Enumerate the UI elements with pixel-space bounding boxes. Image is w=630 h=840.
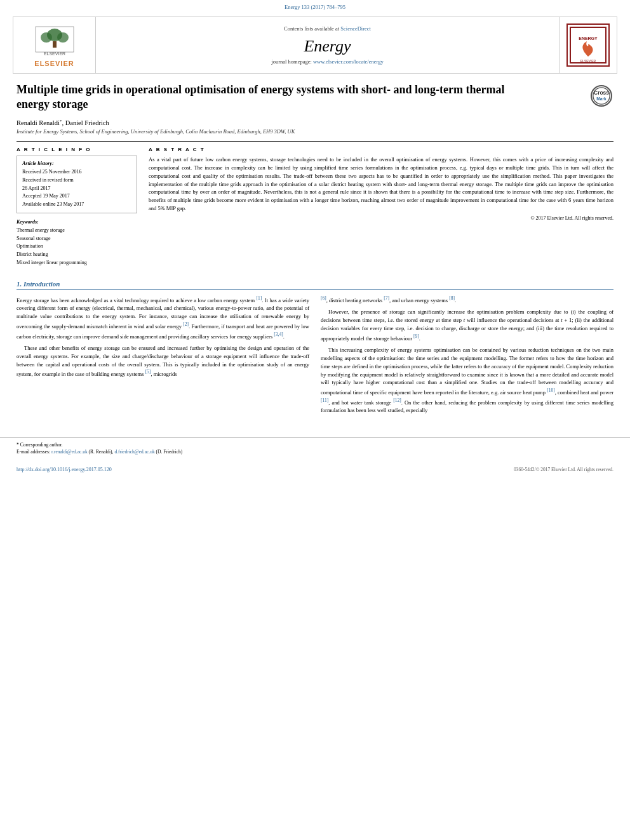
ref-5[interactable]: [5] bbox=[145, 369, 151, 375]
intro-body: Energy storage has been acknowledged as … bbox=[17, 295, 613, 418]
revised-date: 26 April 2017 bbox=[22, 185, 131, 193]
abstract-heading: A B S T R A C T bbox=[149, 147, 613, 152]
footer-bottom: http://dx.doi.org/10.1016/j.energy.2017.… bbox=[0, 466, 630, 472]
intro-para-4: However, the presence of storage can sig… bbox=[321, 308, 613, 342]
article-title-section: Multiple time grids in operational optim… bbox=[17, 83, 613, 112]
abstract-text: As a vital part of future low carbon ene… bbox=[149, 156, 613, 212]
energy-logo-section: ENERGY ELSEVIER bbox=[560, 17, 617, 73]
energy-logo-box: ENERGY ELSEVIER bbox=[566, 23, 610, 67]
accepted-date: Accepted 19 May 2017 bbox=[22, 192, 131, 201]
ref-9[interactable]: [9] bbox=[413, 333, 419, 339]
intro-number: 1. bbox=[17, 280, 22, 288]
ref-3-4[interactable]: [3,4] bbox=[274, 331, 283, 337]
svg-text:ELSEVIER: ELSEVIER bbox=[580, 59, 596, 63]
elsevier-tree-icon: ELSEVIER bbox=[32, 23, 77, 58]
introduction-section: 1. Introduction Energy storage has been … bbox=[17, 280, 613, 418]
keyword-4: District heating bbox=[17, 251, 137, 259]
copyright-line: © 2017 Elsevier Ltd. All rights reserved… bbox=[149, 215, 613, 221]
keywords-list: Thermal energy storage Seasonal storage … bbox=[17, 227, 137, 267]
email-line: E-mail addresses: r.renaldi@ed.ac.uk (R.… bbox=[17, 449, 613, 455]
intro-para-2: These and other benefits of energy stora… bbox=[17, 344, 309, 378]
ref-6[interactable]: [6] bbox=[321, 295, 326, 301]
journal-name: Energy bbox=[304, 37, 351, 56]
elsevier-text: ELSEVIER bbox=[34, 60, 74, 67]
intro-heading: Introduction bbox=[23, 280, 60, 288]
ref-2[interactable]: [2] bbox=[183, 321, 189, 327]
divider-1 bbox=[17, 141, 613, 142]
affiliation: Institute for Energy Systems, School of … bbox=[17, 128, 613, 135]
article-info-box: Article history: Received 25 November 20… bbox=[17, 156, 137, 213]
abstract-column: A B S T R A C T As a vital part of futur… bbox=[149, 147, 613, 267]
svg-text:Cross: Cross bbox=[594, 90, 609, 96]
email-2-link[interactable]: d.friedrich@ed.ac.uk bbox=[114, 449, 154, 455]
sciencedirect-link[interactable]: ScienceDirect bbox=[340, 25, 371, 32]
corresponding-note: * Corresponding author. bbox=[17, 442, 613, 448]
elsevier-logo: ELSEVIER ELSEVIER bbox=[32, 23, 77, 67]
homepage-prefix: journal homepage: bbox=[271, 58, 312, 65]
email-label: E-mail addresses: bbox=[17, 449, 50, 455]
svg-text:ELSEVIER: ELSEVIER bbox=[43, 51, 65, 56]
citation-bar: Energy 133 (2017) 784–795 bbox=[0, 0, 630, 13]
intro-col-left: Energy storage has been acknowledged as … bbox=[17, 295, 309, 418]
svg-text:ENERGY: ENERGY bbox=[579, 36, 598, 41]
doi-section: http://dx.doi.org/10.1016/j.energy.2017.… bbox=[17, 466, 112, 472]
citation-text: Energy 133 (2017) 784–795 bbox=[285, 4, 345, 10]
crossmark-icon: Cross Mark bbox=[591, 85, 612, 107]
sciencedirect-line: Contents lists available at ScienceDirec… bbox=[284, 25, 371, 32]
doi-link[interactable]: http://dx.doi.org/10.1016/j.energy.2017.… bbox=[17, 467, 112, 472]
author-2: (D. Friedrich) bbox=[156, 449, 183, 455]
elsevier-logo-section: ELSEVIER ELSEVIER bbox=[13, 17, 96, 73]
issn-line: 0360-5442/© 2017 Elsevier Ltd. All right… bbox=[514, 467, 613, 472]
ref-7[interactable]: [7] bbox=[384, 295, 389, 301]
sciencedirect-prefix: Contents lists available at bbox=[284, 25, 339, 32]
received-date: Received 25 November 2016 bbox=[22, 168, 131, 177]
svg-point-2 bbox=[41, 32, 52, 43]
footer-section: * Corresponding author. E-mail addresses… bbox=[0, 437, 630, 461]
svg-rect-4 bbox=[53, 41, 57, 48]
ref-8[interactable]: [8] bbox=[449, 295, 455, 301]
main-content: Multiple time grids in operational optim… bbox=[0, 74, 630, 427]
intro-para-1: Energy storage has been acknowledged as … bbox=[17, 295, 309, 340]
crossmark-badge[interactable]: Cross Mark bbox=[591, 85, 613, 107]
keywords-label: Keywords: bbox=[17, 218, 137, 227]
history-label: Article history: bbox=[22, 160, 131, 168]
intro-para-3: [6], district heating networks [7], and … bbox=[321, 295, 613, 305]
article-info-heading: A R T I C L E I N F O bbox=[17, 147, 137, 152]
available-date: Available online 23 May 2017 bbox=[22, 201, 131, 209]
ref-10[interactable]: [10] bbox=[547, 387, 555, 393]
homepage-link[interactable]: www.elsevier.com/locate/energy bbox=[313, 58, 384, 65]
ref-1[interactable]: [1] bbox=[257, 295, 262, 301]
intro-title: 1. Introduction bbox=[17, 280, 613, 290]
email-1-link[interactable]: r.renaldi@ed.ac.uk bbox=[51, 449, 88, 455]
intro-para-5: This increasing complexity of energy sys… bbox=[321, 346, 613, 415]
keyword-2: Seasonal storage bbox=[17, 235, 137, 243]
received-revised-label: Received in revised form bbox=[22, 177, 131, 185]
journal-header: ELSEVIER ELSEVIER Contents lists availab… bbox=[13, 17, 617, 74]
energy-logo-icon: ENERGY ELSEVIER bbox=[569, 26, 607, 64]
intro-col-right: [6], district heating networks [7], and … bbox=[321, 295, 613, 418]
journal-info-section: Contents lists available at ScienceDirec… bbox=[96, 17, 560, 73]
keyword-3: Optimisation bbox=[17, 243, 137, 251]
authors: Renaldi Renaldi*, Daniel Friedrich bbox=[17, 119, 613, 127]
page: Energy 133 (2017) 784–795 ELSEVIER ELSEV… bbox=[0, 0, 630, 840]
keywords-section: Keywords: Thermal energy storage Seasona… bbox=[17, 218, 137, 267]
ref-12[interactable]: [12] bbox=[393, 397, 401, 403]
article-title: Multiple time grids in operational optim… bbox=[17, 83, 537, 112]
svg-point-3 bbox=[57, 32, 69, 43]
journal-homepage-line: journal homepage: www.elsevier.com/locat… bbox=[271, 58, 383, 65]
article-info-abstract: A R T I C L E I N F O Article history: R… bbox=[17, 147, 613, 267]
author-1: (R. Renaldi), bbox=[89, 449, 114, 455]
svg-text:Mark: Mark bbox=[596, 97, 607, 101]
corresponding-text: * Corresponding author. bbox=[17, 442, 63, 448]
ref-11[interactable]: [11] bbox=[321, 397, 328, 403]
article-info-column: A R T I C L E I N F O Article history: R… bbox=[17, 147, 137, 267]
keyword-5: Mixed integer linear programming bbox=[17, 259, 137, 267]
author-names: Renaldi Renaldi*, Daniel Friedrich bbox=[17, 119, 109, 126]
svg-rect-6 bbox=[570, 27, 606, 63]
keyword-1: Thermal energy storage bbox=[17, 227, 137, 235]
